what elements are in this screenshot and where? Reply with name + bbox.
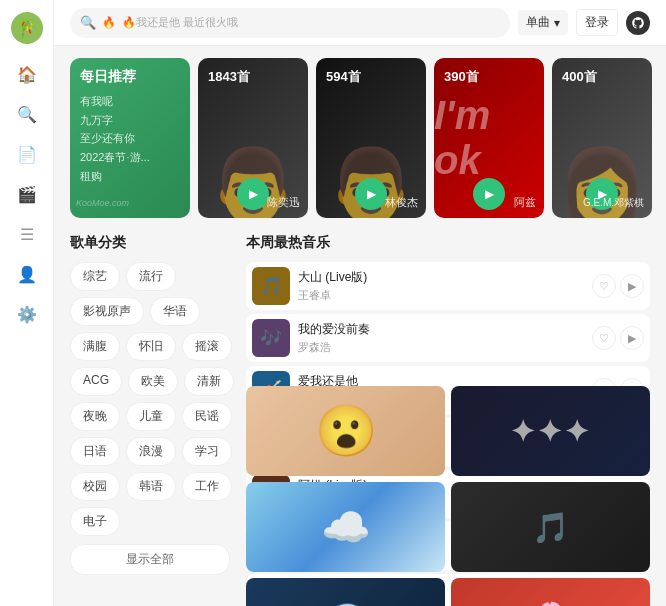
login-button[interactable]: 登录 [576,9,618,36]
genre-column: 歌单分类 综艺 流行 影视原声 华语 满腹 怀旧 摇滚 [70,234,230,606]
github-icon[interactable] [626,11,650,35]
album-art-3: ☁️ [321,504,371,551]
banner-count-4: 400首 [562,68,597,86]
hot-title: 本周最热音乐 [246,234,330,252]
genre-row-2: 影视原声 华语 [70,297,230,326]
daily-card[interactable]: 每日推荐 有我呢 九万字 至少还有你 2022春节·游... 租购 KooMoe… [70,58,190,218]
search-box[interactable]: 🔍 🔥 🔥我还是他 最近很火哦 [70,8,510,38]
sidebar-item-video[interactable]: 🎬 [7,176,47,212]
genre-综艺[interactable]: 综艺 [70,262,120,291]
genre-夜晚[interactable]: 夜晚 [70,402,120,431]
genre-儿童[interactable]: 儿童 [126,402,176,431]
album-card-1[interactable]: 😮 [246,386,445,476]
watermark: KooMoe.com [76,198,129,208]
album-card-6[interactable]: 🌸 [451,578,650,606]
banner-count-1: 1843首 [208,68,250,86]
search-icon: 🔍 [80,15,96,30]
banner-play-2[interactable]: ▶ [355,178,387,210]
sidebar-item-playlist[interactable]: ☰ [7,216,47,252]
hot-cover-1: 🎶 [252,319,290,357]
like-button-1[interactable]: ♡ [592,326,616,350]
genre-日语[interactable]: 日语 [70,437,120,466]
hot-artist-1: 罗森浩 [298,340,584,355]
genre-row-7: 校园 韩语 工作 [70,472,230,501]
genre-影视原声[interactable]: 影视原声 [70,297,144,326]
album-art-4: 🎵 [532,510,569,545]
genre-ACG[interactable]: ACG [70,367,122,396]
sidebar-item-file[interactable]: 📄 [7,136,47,172]
hot-actions-1: ♡ ▶ [592,326,644,350]
hot-artist-0: 王睿卓 [298,288,584,303]
daily-title: 每日推荐 [80,68,180,86]
album-art-6: 🌸 [526,600,576,607]
genre-工作[interactable]: 工作 [182,472,232,501]
hot-name-0: 大山 (Live版) [298,269,584,286]
avatar[interactable]: 🎋 [11,12,43,44]
banner-card-1843[interactable]: 1843首 👨 ▶ 陈奕迅 [198,58,308,218]
flame-icon: 🔥 [102,16,116,29]
daily-song-1: 有我呢 [80,92,180,111]
genre-header: 歌单分类 [70,234,230,252]
album-art-2: ✦✦✦ [510,414,591,449]
banner-play-3[interactable]: ▶ [473,178,505,210]
daily-song-4: 2022春节·游... [80,148,180,167]
banner-card-594[interactable]: 594首 👨 ▶ 林俊杰 [316,58,426,218]
album-art-5: 🌊 [321,600,371,607]
genre-row-5: 夜晚 儿童 民谣 [70,402,230,431]
hot-info-1: 我的爱没前奏 罗森浩 [298,321,584,355]
play-button-1[interactable]: ▶ [620,326,644,350]
hot-item-0[interactable]: 🎵 大山 (Live版) 王睿卓 ♡ ▶ [246,262,650,310]
album-card-5[interactable]: 🌊 [246,578,445,606]
genre-row-8: 电子 [70,507,230,536]
sidebar-item-user[interactable]: 👤 [7,256,47,292]
tab-selector[interactable]: 单曲 ▾ [518,10,568,35]
genre-摇滚[interactable]: 摇滚 [182,332,232,361]
tab-label: 单曲 [526,14,550,31]
sidebar-item-settings[interactable]: ⚙️ [7,296,47,332]
daily-song-3: 至少还有你 [80,129,180,148]
genre-row-1: 综艺 流行 [70,262,230,291]
genre-校园[interactable]: 校园 [70,472,120,501]
like-button-0[interactable]: ♡ [592,274,616,298]
album-card-4[interactable]: 🎵 [451,482,650,572]
hot-item-1[interactable]: 🎶 我的爱没前奏 罗森浩 ♡ ▶ [246,314,650,362]
chevron-down-icon: ▾ [554,16,560,30]
genre-清新[interactable]: 清新 [184,367,234,396]
banner-card-390[interactable]: 390首 I'm ok ▶ 阿兹 [434,58,544,218]
genre-title: 歌单分类 [70,234,126,252]
banner-artist-4: G.E.M.邓紫棋 [583,196,644,210]
banner-card-400[interactable]: 400首 👩 ▶ G.E.M.邓紫棋 [552,58,652,218]
genre-浪漫[interactable]: 浪漫 [126,437,176,466]
genre-欧美[interactable]: 欧美 [128,367,178,396]
play-button-0[interactable]: ▶ [620,274,644,298]
main-area: 🔍 🔥 🔥我还是他 最近很火哦 单曲 ▾ 登录 每日推荐 有我呢 九万字 至 [54,0,666,606]
content-area: 每日推荐 有我呢 九万字 至少还有你 2022春节·游... 租购 KooMoe… [54,46,666,606]
daily-songs: 有我呢 九万字 至少还有你 2022春节·游... 租购 [80,92,180,185]
banner-artist-2: 林俊杰 [385,195,418,210]
genre-怀旧[interactable]: 怀旧 [126,332,176,361]
show-all-button[interactable]: 显示全部 [70,544,230,575]
album-card-2[interactable]: ✦✦✦ [451,386,650,476]
hot-name-1: 我的爱没前奏 [298,321,584,338]
sidebar-item-search[interactable]: 🔍 [7,96,47,132]
banner-count-3: 390首 [444,68,479,86]
banner-count-2: 594首 [326,68,361,86]
genre-学习[interactable]: 学习 [182,437,232,466]
banner-play-1[interactable]: ▶ [237,178,269,210]
daily-song-2: 九万字 [80,111,180,130]
hot-info-0: 大山 (Live版) 王睿卓 [298,269,584,303]
genre-满腹[interactable]: 满腹 [70,332,120,361]
banner-row: 每日推荐 有我呢 九万字 至少还有你 2022春节·游... 租购 KooMoe… [70,58,650,218]
hot-cover-0: 🎵 [252,267,290,305]
genre-民谣[interactable]: 民谣 [182,402,232,431]
sidebar-item-home[interactable]: 🏠 [7,56,47,92]
genre-流行[interactable]: 流行 [126,262,176,291]
topbar: 🔍 🔥 🔥我还是他 最近很火哦 单曲 ▾ 登录 [54,0,666,46]
hot-header: 本周最热音乐 [246,234,650,252]
genre-电子[interactable]: 电子 [70,507,120,536]
genre-韩语[interactable]: 韩语 [126,472,176,501]
album-card-3[interactable]: ☁️ [246,482,445,572]
daily-song-5: 租购 [80,167,180,186]
search-placeholder: 🔥我还是他 最近很火哦 [122,15,238,30]
genre-华语[interactable]: 华语 [150,297,200,326]
